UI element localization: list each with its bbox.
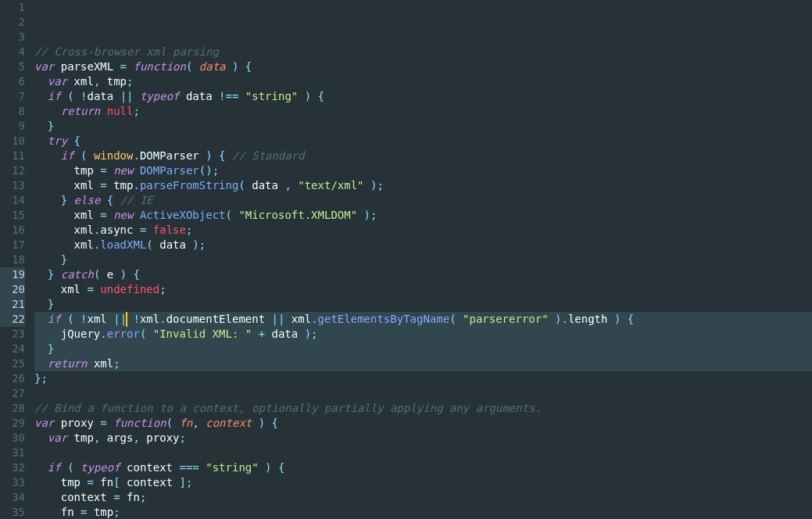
code-line[interactable]: }: [34, 119, 812, 134]
code-line[interactable]: xml = tmp.parseFromString( data , "text/…: [34, 178, 812, 193]
token-var: args: [107, 431, 134, 444]
code-line[interactable]: } else { // IE: [34, 193, 812, 208]
token-cmt: // Bind a function to a context, optiona…: [34, 402, 542, 414]
code-line[interactable]: xml.loadXML( data );: [34, 238, 812, 252]
code-line[interactable]: if ( typeof context === "string" ) {: [34, 460, 812, 475]
code-line[interactable]: fn = tmp;: [34, 505, 812, 519]
token-white: [34, 431, 48, 444]
token-var: tmp: [74, 431, 94, 444]
token-white: [173, 417, 179, 429]
code-area[interactable]: // Cross-browser xml parsingvar parseXML…: [34, 0, 812, 519]
token-op: ||: [272, 313, 285, 325]
token-prm: fn: [180, 417, 193, 429]
code-editor[interactable]: 1234567891011121314151617181920212223242…: [0, 0, 812, 519]
code-line[interactable]: context = fn;: [34, 490, 812, 505]
token-white: [113, 268, 120, 281]
token-op: (: [166, 417, 173, 429]
token-cmt: // IE: [120, 194, 153, 206]
token-white: [107, 313, 113, 325]
token-white: [133, 209, 139, 221]
token-white: [34, 298, 48, 310]
code-line[interactable]: if ( !xml || !xml.documentElement || xml…: [34, 312, 812, 327]
token-op: {: [245, 60, 252, 73]
token-white: [34, 179, 74, 191]
token-bool: null: [107, 105, 134, 117]
code-line[interactable]: var proxy = function( fn, context ) {: [34, 416, 812, 431]
code-line[interactable]: try {: [34, 134, 812, 149]
token-op: ): [206, 149, 212, 162]
token-white: [238, 60, 245, 73]
code-line[interactable]: [34, 446, 812, 460]
line-number: 24: [0, 342, 25, 356]
code-line[interactable]: var parseXML = function( data ) {: [34, 59, 812, 74]
token-white: [34, 134, 48, 147]
token-op: );: [192, 238, 206, 251]
code-line[interactable]: xml = new ActiveXObject( "Microsoft.XMLD…: [34, 208, 812, 223]
token-white: [259, 461, 265, 474]
token-white: [192, 60, 199, 73]
line-number: 25: [0, 356, 25, 371]
token-kw: var: [34, 60, 54, 73]
line-number: 6: [0, 74, 25, 89]
code-line[interactable]: var xml, tmp;: [34, 74, 812, 89]
token-var: xml: [74, 209, 94, 221]
token-white: [113, 90, 120, 102]
line-number: 27: [0, 386, 25, 401]
token-white: [173, 476, 179, 489]
code-line[interactable]: tmp = fn[ context ];: [34, 475, 812, 490]
code-line[interactable]: // Cross-browser xml parsing: [34, 45, 812, 59]
token-op: (: [226, 209, 232, 221]
token-op: .: [100, 328, 106, 340]
code-line[interactable]: jQuery.error( "Invalid XML: " + data );: [34, 327, 812, 342]
token-op: {: [278, 461, 284, 474]
token-white: [120, 461, 127, 474]
code-line[interactable]: }: [34, 297, 812, 312]
token-var: tmp: [61, 476, 80, 489]
code-line[interactable]: };: [34, 371, 812, 386]
code-line[interactable]: [34, 386, 812, 401]
code-line[interactable]: xml = undefined;: [34, 282, 812, 297]
token-white: [34, 506, 61, 518]
token-op: ;: [186, 224, 192, 236]
token-var: fn: [127, 491, 140, 503]
token-op: ||: [120, 90, 134, 102]
code-line[interactable]: return null;: [34, 104, 812, 119]
token-op: =: [120, 60, 127, 73]
token-op: (: [238, 179, 245, 191]
token-white: [34, 461, 48, 474]
token-op: {: [74, 134, 80, 147]
token-bool: undefined: [100, 283, 159, 295]
code-line[interactable]: xml.async = false;: [34, 223, 812, 238]
code-line[interactable]: } catch( e ) {: [34, 267, 812, 282]
code-line[interactable]: if ( !data || typeof data !== "string" )…: [34, 89, 812, 104]
token-white: [100, 268, 106, 281]
code-line[interactable]: // Bind a function to a context, optiona…: [34, 401, 812, 416]
token-white: [61, 90, 67, 102]
token-op: [: [113, 476, 120, 489]
code-line[interactable]: var tmp, args, proxy;: [34, 431, 812, 446]
token-op: }: [61, 253, 67, 266]
token-white: [34, 149, 61, 162]
token-var: length: [568, 313, 608, 325]
code-line[interactable]: return xml;: [34, 356, 812, 371]
token-op: .: [311, 313, 317, 325]
line-number: 31: [0, 446, 25, 460]
token-op: ===: [180, 461, 199, 474]
token-op: }: [48, 342, 54, 355]
code-line[interactable]: if ( window.DOMParser ) { // Standard: [34, 149, 812, 163]
token-white: [226, 60, 232, 73]
token-op: ,: [133, 431, 139, 444]
code-line[interactable]: }: [34, 252, 812, 267]
token-op: =: [87, 283, 93, 295]
code-line[interactable]: tmp = new DOMParser();: [34, 163, 812, 178]
token-white: [61, 461, 67, 474]
token-white: [34, 75, 48, 88]
line-number: 12: [0, 163, 25, 178]
line-number: 13: [0, 178, 25, 193]
token-white: [34, 357, 48, 370]
token-op: .: [159, 313, 166, 325]
token-op: ;: [113, 506, 120, 518]
token-fn: DOMParser: [140, 164, 199, 177]
token-white: [272, 461, 278, 474]
code-line[interactable]: }: [34, 342, 812, 356]
